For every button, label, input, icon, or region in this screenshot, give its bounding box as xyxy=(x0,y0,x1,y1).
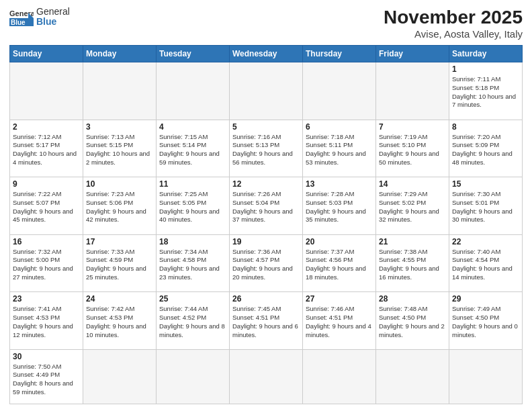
day-info: Sunrise: 7:15 AM Sunset: 5:14 PM Dayligh… xyxy=(159,133,226,167)
header: General Blue General Blue November 2025 … xyxy=(9,7,523,40)
day-info: Sunrise: 7:48 AM Sunset: 4:50 PM Dayligh… xyxy=(379,305,446,339)
day-cell: 11Sunrise: 7:25 AM Sunset: 5:05 PM Dayli… xyxy=(157,177,230,235)
day-info: Sunrise: 7:46 AM Sunset: 4:51 PM Dayligh… xyxy=(306,305,373,339)
day-number: 6 xyxy=(306,122,373,132)
day-number: 19 xyxy=(232,237,300,246)
day-number: 1 xyxy=(452,64,519,74)
day-number: 4 xyxy=(159,122,226,132)
day-cell: 13Sunrise: 7:28 AM Sunset: 5:03 PM Dayli… xyxy=(303,177,376,235)
day-number: 15 xyxy=(452,179,519,189)
day-info: Sunrise: 7:25 AM Sunset: 5:05 PM Dayligh… xyxy=(159,190,226,224)
day-cell: 30Sunrise: 7:50 AM Sunset: 4:49 PM Dayli… xyxy=(10,349,83,404)
day-cell: 20Sunrise: 7:37 AM Sunset: 4:56 PM Dayli… xyxy=(303,234,376,292)
day-info: Sunrise: 7:12 AM Sunset: 5:17 PM Dayligh… xyxy=(13,133,80,167)
day-number: 28 xyxy=(379,294,446,304)
day-number: 30 xyxy=(13,352,80,361)
svg-text:Blue: Blue xyxy=(11,19,26,26)
week-row-3: 9Sunrise: 7:22 AM Sunset: 5:07 PM Daylig… xyxy=(10,177,523,235)
day-cell: 29Sunrise: 7:49 AM Sunset: 4:50 PM Dayli… xyxy=(449,292,523,350)
day-cell: 7Sunrise: 7:19 AM Sunset: 5:10 PM Daylig… xyxy=(376,120,449,177)
day-info: Sunrise: 7:19 AM Sunset: 5:10 PM Dayligh… xyxy=(379,133,446,167)
day-cell: 8Sunrise: 7:20 AM Sunset: 5:09 PM Daylig… xyxy=(449,120,523,177)
generalblue-logo-icon: General Blue xyxy=(9,7,34,26)
calendar-subtitle: Avise, Aosta Valley, Italy xyxy=(384,28,523,40)
day-number: 10 xyxy=(86,179,153,189)
week-row-6: 30Sunrise: 7:50 AM Sunset: 4:49 PM Dayli… xyxy=(10,349,523,404)
day-info: Sunrise: 7:29 AM Sunset: 5:02 PM Dayligh… xyxy=(379,190,446,224)
header-friday: Friday xyxy=(376,46,449,62)
day-cell: 2Sunrise: 7:12 AM Sunset: 5:17 PM Daylig… xyxy=(10,120,83,177)
day-cell xyxy=(10,62,83,120)
header-wednesday: Wednesday xyxy=(230,46,303,62)
day-number: 3 xyxy=(86,122,153,132)
day-number: 2 xyxy=(13,122,80,132)
day-info: Sunrise: 7:45 AM Sunset: 4:51 PM Dayligh… xyxy=(232,305,300,339)
logo-general-text: General xyxy=(36,7,70,17)
day-number: 9 xyxy=(13,179,80,189)
header-monday: Monday xyxy=(83,46,157,62)
day-cell: 5Sunrise: 7:16 AM Sunset: 5:13 PM Daylig… xyxy=(230,120,303,177)
day-info: Sunrise: 7:38 AM Sunset: 4:55 PM Dayligh… xyxy=(379,248,446,282)
day-cell: 14Sunrise: 7:29 AM Sunset: 5:02 PM Dayli… xyxy=(376,177,449,235)
day-number: 11 xyxy=(159,179,226,189)
day-info: Sunrise: 7:49 AM Sunset: 4:50 PM Dayligh… xyxy=(452,305,519,339)
day-number: 23 xyxy=(13,294,80,304)
title-block: November 2025 Avise, Aosta Valley, Italy xyxy=(384,7,523,40)
day-number: 22 xyxy=(452,237,519,246)
header-sunday: Sunday xyxy=(10,46,83,62)
day-number: 25 xyxy=(159,294,226,304)
day-cell: 6Sunrise: 7:18 AM Sunset: 5:11 PM Daylig… xyxy=(303,120,376,177)
day-info: Sunrise: 7:44 AM Sunset: 4:52 PM Dayligh… xyxy=(159,305,226,339)
day-info: Sunrise: 7:41 AM Sunset: 4:53 PM Dayligh… xyxy=(13,305,80,339)
day-cell: 12Sunrise: 7:26 AM Sunset: 5:04 PM Dayli… xyxy=(230,177,303,235)
day-cell: 23Sunrise: 7:41 AM Sunset: 4:53 PM Dayli… xyxy=(10,292,83,350)
day-info: Sunrise: 7:30 AM Sunset: 5:01 PM Dayligh… xyxy=(452,190,519,224)
day-cell xyxy=(83,349,157,404)
day-cell xyxy=(157,349,230,404)
day-cell xyxy=(230,62,303,120)
day-number: 12 xyxy=(232,179,300,189)
week-row-5: 23Sunrise: 7:41 AM Sunset: 4:53 PM Dayli… xyxy=(10,292,523,350)
calendar-table: Sunday Monday Tuesday Wednesday Thursday… xyxy=(9,45,523,404)
day-cell xyxy=(230,349,303,404)
day-number: 20 xyxy=(306,237,373,246)
day-info: Sunrise: 7:37 AM Sunset: 4:56 PM Dayligh… xyxy=(306,248,373,282)
week-row-2: 2Sunrise: 7:12 AM Sunset: 5:17 PM Daylig… xyxy=(10,120,523,177)
day-cell: 19Sunrise: 7:36 AM Sunset: 4:57 PM Dayli… xyxy=(230,234,303,292)
day-number: 18 xyxy=(159,237,226,246)
day-number: 17 xyxy=(86,237,153,246)
day-cell: 16Sunrise: 7:32 AM Sunset: 5:00 PM Dayli… xyxy=(10,234,83,292)
day-info: Sunrise: 7:32 AM Sunset: 5:00 PM Dayligh… xyxy=(13,248,80,282)
day-cell: 25Sunrise: 7:44 AM Sunset: 4:52 PM Dayli… xyxy=(157,292,230,350)
day-info: Sunrise: 7:26 AM Sunset: 5:04 PM Dayligh… xyxy=(232,190,300,224)
day-cell xyxy=(83,62,157,120)
day-cell: 28Sunrise: 7:48 AM Sunset: 4:50 PM Dayli… xyxy=(376,292,449,350)
day-cell: 9Sunrise: 7:22 AM Sunset: 5:07 PM Daylig… xyxy=(10,177,83,235)
day-cell: 17Sunrise: 7:33 AM Sunset: 4:59 PM Dayli… xyxy=(83,234,157,292)
day-info: Sunrise: 7:22 AM Sunset: 5:07 PM Dayligh… xyxy=(13,190,80,224)
day-number: 29 xyxy=(452,294,519,304)
day-number: 16 xyxy=(13,237,80,246)
logo-blue-text: Blue xyxy=(36,17,70,27)
logo: General Blue General Blue xyxy=(9,7,70,28)
day-number: 21 xyxy=(379,237,446,246)
day-number: 8 xyxy=(452,122,519,132)
day-info: Sunrise: 7:23 AM Sunset: 5:06 PM Dayligh… xyxy=(86,190,153,224)
day-cell xyxy=(449,349,523,404)
day-info: Sunrise: 7:50 AM Sunset: 4:49 PM Dayligh… xyxy=(13,363,80,397)
weekday-header-row: Sunday Monday Tuesday Wednesday Thursday… xyxy=(10,46,523,62)
day-info: Sunrise: 7:16 AM Sunset: 5:13 PM Dayligh… xyxy=(232,133,300,167)
day-cell: 26Sunrise: 7:45 AM Sunset: 4:51 PM Dayli… xyxy=(230,292,303,350)
day-number: 27 xyxy=(306,294,373,304)
week-row-1: 1Sunrise: 7:11 AM Sunset: 5:18 PM Daylig… xyxy=(10,62,523,120)
header-thursday: Thursday xyxy=(303,46,376,62)
header-saturday: Saturday xyxy=(449,46,523,62)
day-cell: 10Sunrise: 7:23 AM Sunset: 5:06 PM Dayli… xyxy=(83,177,157,235)
day-cell xyxy=(157,62,230,120)
day-info: Sunrise: 7:28 AM Sunset: 5:03 PM Dayligh… xyxy=(306,190,373,224)
day-cell xyxy=(303,62,376,120)
day-info: Sunrise: 7:33 AM Sunset: 4:59 PM Dayligh… xyxy=(86,248,153,282)
day-number: 7 xyxy=(379,122,446,132)
day-info: Sunrise: 7:18 AM Sunset: 5:11 PM Dayligh… xyxy=(306,133,373,167)
day-number: 13 xyxy=(306,179,373,189)
